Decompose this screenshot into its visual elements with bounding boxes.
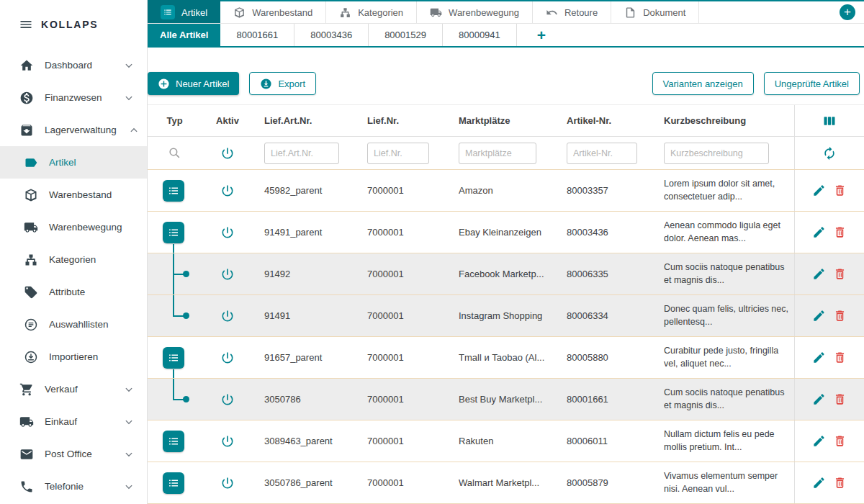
sidebar-item-artikel[interactable]: Artikel — [0, 146, 147, 179]
sidebar-item-attribute[interactable]: Attribute — [0, 276, 147, 308]
column-header-lief-art-nr: Lief.Art.Nr. — [253, 115, 356, 126]
sidebar-item-verkauf[interactable]: Verkauf — [0, 373, 147, 405]
app-logo-row: KOLLAPS — [0, 0, 147, 49]
type-cell — [148, 337, 202, 378]
article-tab-80000941[interactable]: 80000941 — [443, 24, 517, 46]
filter-artikel-nr-input[interactable] — [567, 143, 637, 164]
show-variants-button[interactable]: Varianten anzeigen — [652, 72, 754, 95]
expand-variants-button[interactable] — [163, 180, 184, 202]
edit-button[interactable] — [810, 390, 828, 408]
expand-variants-button[interactable] — [163, 431, 184, 452]
module-tab-dokument[interactable]: Dokument — [611, 1, 699, 23]
sidebar-item-einkauf[interactable]: Einkauf — [0, 405, 147, 438]
active-toggle-button[interactable] — [218, 348, 237, 367]
edit-button[interactable] — [810, 223, 828, 241]
delete-button[interactable] — [831, 474, 849, 492]
active-filter-toggle[interactable] — [218, 144, 237, 163]
actions-cell — [794, 253, 864, 294]
sidebar-item-finanzwesen[interactable]: Finanzwesen — [0, 81, 147, 114]
sidebar: KOLLAPS Dashboard Finanzwesen Lagerverwa… — [0, 0, 148, 504]
tree-connector-dot — [183, 312, 189, 319]
active-toggle-button[interactable] — [218, 474, 237, 492]
article-tab-bar: Alle Artikel 80001661 80003436 80001529 … — [148, 24, 864, 48]
active-toggle-button[interactable] — [218, 265, 237, 284]
edit-button[interactable] — [810, 181, 828, 199]
label-tag-icon — [24, 156, 38, 170]
filter-lief-nr-input[interactable] — [367, 143, 429, 164]
lief-art-nr-cell: 91491 — [253, 310, 356, 321]
edit-button[interactable] — [810, 348, 828, 366]
active-toggle-button[interactable] — [218, 390, 237, 409]
delete-button[interactable] — [831, 223, 849, 241]
aktiv-cell — [202, 295, 253, 336]
article-tab-label: 80001661 — [236, 30, 278, 40]
table-header: Typ Aktiv Lief.Art.Nr. Lief.Nr. Marktplä… — [148, 104, 864, 137]
filter-marktplaetze-input[interactable] — [459, 143, 536, 164]
add-article-tab-button[interactable]: + — [527, 24, 556, 46]
filter-kurzbeschreibung-input[interactable] — [664, 143, 769, 164]
unchecked-articles-button[interactable]: Ungeprüfte Artikel — [764, 72, 860, 95]
active-toggle-button[interactable] — [218, 223, 237, 242]
active-toggle-button[interactable] — [218, 432, 237, 451]
sidebar-item-post-office[interactable]: Post Office — [0, 438, 147, 470]
filter-lief-art-nr-input[interactable] — [264, 143, 339, 164]
sidebar-item-telefonie[interactable]: Telefonie — [0, 470, 147, 503]
edit-button[interactable] — [810, 265, 828, 283]
new-article-button[interactable]: Neuer Artikel — [148, 72, 239, 95]
active-toggle-button[interactable] — [218, 181, 237, 200]
edit-pencil-icon — [812, 434, 826, 448]
app-name: KOLLAPS — [41, 19, 99, 30]
add-module-tab-button[interactable]: + — [840, 4, 855, 20]
delete-button[interactable] — [831, 265, 849, 283]
module-tab-warenbestand[interactable]: Warenbestand — [220, 1, 326, 23]
module-tab-artikel[interactable]: Artikel — [148, 0, 220, 23]
sidebar-item-kategorien[interactable]: Kategorien — [0, 243, 147, 276]
table-row: 91657_parent 7000001 Tmall и Taobao (Al.… — [148, 337, 864, 379]
refresh-button[interactable] — [820, 144, 839, 163]
table-row: 3050786_parent 7000001 Walmart Marketpl.… — [148, 462, 864, 504]
kurzbeschreibung-cell: Vivamus elementum semper nisi. Aenean vu… — [653, 470, 794, 495]
article-tab-80001661[interactable]: 80001661 — [220, 24, 294, 46]
sidebar-item-label: Verkauf — [45, 384, 78, 395]
hamburger-menu-icon[interactable] — [19, 17, 33, 32]
sidebar-item-warenbewegung[interactable]: Warenbewegung — [0, 211, 147, 243]
edit-button[interactable] — [810, 474, 828, 492]
delete-button[interactable] — [831, 307, 849, 325]
article-tab-label: Alle Artikel — [160, 30, 208, 40]
sidebar-item-auswahllisten[interactable]: Auswahllisten — [0, 308, 147, 341]
delete-button[interactable] — [831, 432, 849, 450]
delete-button[interactable] — [831, 390, 849, 408]
sidebar-item-dashboard[interactable]: Dashboard — [0, 49, 147, 81]
module-tab-kategorien[interactable]: Kategorien — [326, 1, 417, 23]
edit-button[interactable] — [810, 432, 828, 450]
delete-button[interactable] — [831, 348, 849, 366]
sidebar-item-label: Einkauf — [45, 416, 77, 427]
sidebar-item-warenbestand[interactable]: Warenbestand — [0, 179, 147, 211]
expand-variants-button[interactable] — [163, 472, 184, 494]
sidebar-item-importieren[interactable]: Importieren — [0, 341, 147, 373]
active-toggle-button[interactable] — [218, 307, 237, 325]
article-tab-80001529[interactable]: 80001529 — [369, 24, 443, 46]
edit-button[interactable] — [810, 307, 828, 325]
column-settings-button[interactable] — [820, 112, 839, 130]
type-cell — [148, 212, 202, 253]
module-tab-warenbewegung[interactable]: Warenbewegung — [417, 1, 533, 23]
expand-variants-button[interactable] — [163, 347, 184, 369]
expand-variants-button[interactable] — [163, 222, 184, 243]
article-tab-label: 80003436 — [310, 30, 352, 40]
sidebar-item-lagerverwaltung[interactable]: Lagerverwaltung — [0, 114, 147, 146]
edit-pencil-icon — [812, 351, 826, 364]
trash-icon — [833, 476, 847, 490]
article-tab-alle-artikel[interactable]: Alle Artikel — [148, 24, 220, 46]
article-list-icon — [161, 5, 175, 19]
power-toggle-icon — [220, 434, 235, 449]
article-tab-80003436[interactable]: 80003436 — [294, 24, 369, 46]
module-tab-retoure[interactable]: Retoure — [533, 1, 611, 23]
lief-art-nr-cell: 91657_parent — [253, 352, 356, 363]
return-arrow-icon — [546, 6, 558, 19]
delete-button[interactable] — [831, 181, 849, 199]
module-tab-label: Warenbestand — [252, 7, 312, 18]
marktplatz-cell: Amazon — [448, 185, 556, 196]
export-button[interactable]: Export — [249, 72, 316, 95]
aktiv-cell — [202, 253, 253, 294]
